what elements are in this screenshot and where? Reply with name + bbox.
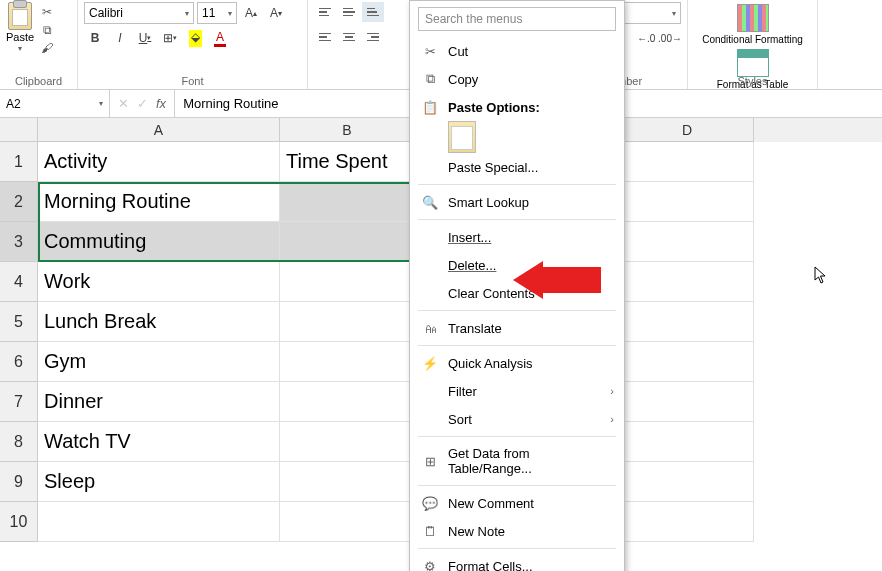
align-middle-button[interactable] xyxy=(338,2,360,22)
cell[interactable] xyxy=(280,342,415,382)
row-header[interactable]: 3 xyxy=(0,222,38,262)
cut-icon[interactable]: ✂ xyxy=(38,4,56,20)
context-paste-special[interactable]: Paste Special... xyxy=(410,153,624,181)
cell[interactable]: Activity xyxy=(38,142,280,182)
cell[interactable] xyxy=(621,142,754,182)
cell[interactable] xyxy=(621,262,754,302)
cell[interactable]: Sleep xyxy=(38,462,280,502)
cell[interactable]: Lunch Break xyxy=(38,302,280,342)
underline-button[interactable]: U▾ xyxy=(134,27,156,49)
paste-icon xyxy=(8,2,32,30)
bold-button[interactable]: B xyxy=(84,27,106,49)
fx-icon[interactable]: fx xyxy=(156,96,166,111)
cell[interactable] xyxy=(280,222,415,262)
cell[interactable]: Dinner xyxy=(38,382,280,422)
divider xyxy=(418,485,616,486)
cell[interactable] xyxy=(621,222,754,262)
copy-icon[interactable]: ⧉ xyxy=(38,22,56,38)
row-header[interactable]: 1 xyxy=(0,142,38,182)
cell[interactable] xyxy=(621,382,754,422)
fill-color-button[interactable]: ⬙ xyxy=(184,27,206,49)
context-new-note[interactable]: 🗒New Note xyxy=(410,517,624,545)
align-top-button[interactable] xyxy=(314,2,336,22)
context-new-comment[interactable]: 💬New Comment xyxy=(410,489,624,517)
row-header[interactable]: 10 xyxy=(0,502,38,542)
row-header[interactable]: 7 xyxy=(0,382,38,422)
row-header[interactable]: 4 xyxy=(0,262,38,302)
context-smart-lookup[interactable]: 🔍Smart Lookup xyxy=(410,188,624,216)
align-center-button[interactable] xyxy=(338,27,360,47)
cell[interactable] xyxy=(621,302,754,342)
context-translate[interactable]: 🗛Translate xyxy=(410,314,624,342)
context-format-cells[interactable]: ⚙Format Cells... xyxy=(410,552,624,571)
cell[interactable]: Commuting xyxy=(38,222,280,262)
context-copy[interactable]: ⧉Copy xyxy=(410,65,624,93)
row-header[interactable]: 9 xyxy=(0,462,38,502)
cell[interactable] xyxy=(280,182,415,222)
cell[interactable] xyxy=(280,422,415,462)
paste-option-button[interactable] xyxy=(448,121,476,153)
divider xyxy=(418,184,616,185)
context-delete[interactable]: Delete... xyxy=(410,251,624,279)
enter-formula-icon[interactable]: ✓ xyxy=(137,96,148,111)
column-header-a[interactable]: A xyxy=(38,118,280,142)
font-color-button[interactable]: A xyxy=(209,27,231,49)
increase-decimal-button[interactable]: ←.0 xyxy=(635,27,657,49)
format-painter-icon[interactable]: 🖌 xyxy=(38,40,56,56)
cell[interactable] xyxy=(280,262,415,302)
decrease-decimal-button[interactable]: .00→ xyxy=(659,27,681,49)
context-clear-contents[interactable]: Clear Contents xyxy=(410,279,624,307)
context-cut[interactable]: ✂Cut xyxy=(410,37,624,65)
styles-group: Conditional Formatting Format as Table S… xyxy=(688,0,818,89)
column-header-d[interactable]: D xyxy=(621,118,754,142)
cell[interactable]: Work xyxy=(38,262,280,302)
context-get-data[interactable]: ⊞Get Data from Table/Range... xyxy=(410,440,624,482)
row-header[interactable]: 2 xyxy=(0,182,38,222)
italic-button[interactable]: I xyxy=(109,27,131,49)
context-quick-analysis[interactable]: ⚡Quick Analysis xyxy=(410,349,624,377)
cell[interactable] xyxy=(280,302,415,342)
context-sort[interactable]: Sort› xyxy=(410,405,624,433)
font-name-combo[interactable]: Calibri▾ xyxy=(84,2,194,24)
align-left-button[interactable] xyxy=(314,27,336,47)
cell[interactable] xyxy=(280,462,415,502)
cell[interactable] xyxy=(280,382,415,422)
cell[interactable] xyxy=(38,502,280,542)
cell[interactable] xyxy=(621,182,754,222)
cell[interactable] xyxy=(621,462,754,502)
context-filter[interactable]: Filter› xyxy=(410,377,624,405)
cell[interactable] xyxy=(280,502,415,542)
align-bottom-button[interactable] xyxy=(362,2,384,22)
grow-font-button[interactable]: A▴ xyxy=(240,2,262,24)
conditional-formatting-button[interactable]: Conditional Formatting xyxy=(694,2,811,47)
cancel-formula-icon[interactable]: ✕ xyxy=(118,96,129,111)
cell[interactable]: Morning Routine xyxy=(38,182,280,222)
cell[interactable]: Watch TV xyxy=(38,422,280,462)
row-header[interactable]: 5 xyxy=(0,302,38,342)
shrink-font-button[interactable]: A▾ xyxy=(265,2,287,24)
font-group: Calibri▾ 11▾ A▴ A▾ B I U▾ ⊞▾ ⬙ A Font xyxy=(78,0,308,89)
font-label: Font xyxy=(78,75,307,87)
divider xyxy=(418,219,616,220)
context-search-input[interactable]: Search the menus xyxy=(418,7,616,31)
comment-icon: 💬 xyxy=(422,495,438,511)
cell[interactable] xyxy=(621,342,754,382)
context-paste-options: 📋Paste Options: xyxy=(410,93,624,121)
font-size-combo[interactable]: 11▾ xyxy=(197,2,237,24)
styles-label: Styles xyxy=(688,75,817,87)
border-button[interactable]: ⊞▾ xyxy=(159,27,181,49)
select-all-corner[interactable] xyxy=(0,118,38,142)
column-header-b[interactable]: B xyxy=(280,118,415,142)
translate-icon: 🗛 xyxy=(422,320,438,336)
name-box[interactable]: A2▾ xyxy=(0,90,110,117)
row-header[interactable]: 8 xyxy=(0,422,38,462)
cell[interactable]: Gym xyxy=(38,342,280,382)
cell[interactable] xyxy=(621,422,754,462)
paste-icon: 📋 xyxy=(422,99,438,115)
cell[interactable]: Time Spent xyxy=(280,142,415,182)
row-header[interactable]: 6 xyxy=(0,342,38,382)
align-right-button[interactable] xyxy=(362,27,384,47)
cut-icon: ✂ xyxy=(422,43,438,59)
context-insert[interactable]: Insert... xyxy=(410,223,624,251)
cell[interactable] xyxy=(621,502,754,542)
